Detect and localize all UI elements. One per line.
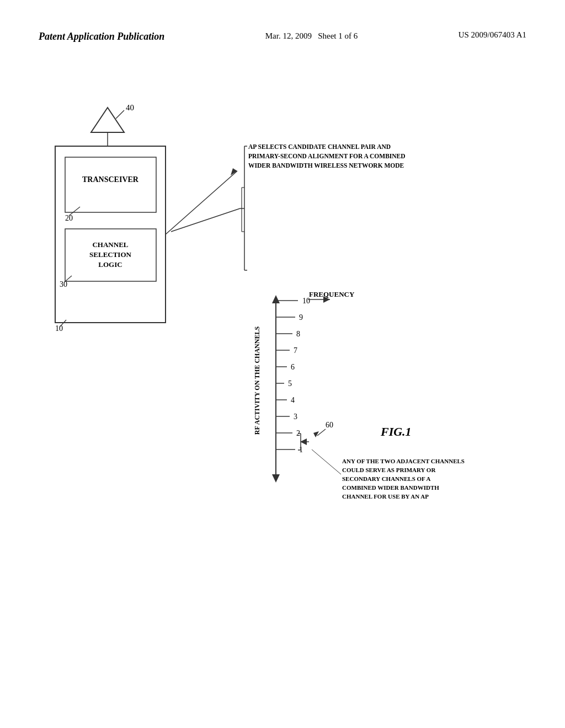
ch4-num: 4 [291,396,295,404]
adj-arrow-head [300,438,307,445]
ref-40-line [116,110,124,119]
ch6-num: 6 [291,363,295,371]
channel-label-1: CHANNEL [92,240,128,249]
rf-activity-label: RF ACTIVITY ON THE CHANNELS [253,326,261,435]
bottom-ann-3: SECONDARY CHANNELS OF A [342,475,431,482]
ch3-num: 3 [294,413,297,421]
bottom-ann-1: ANY OF THE TWO ADJACENT CHANNELS [342,458,465,464]
annotation-line3: WIDER BANDWIDTH WIRELESS NETWORK MODE [248,162,404,169]
ap-outer-box [55,146,166,323]
annotation-line2: PRIMARY-SECOND ALIGNMENT FOR A COMBINED [248,153,406,159]
antenna-triangle [91,108,124,132]
transceiver-label: TRANSCEIVER [82,175,139,184]
bottom-ann-4: COMBINED WIDER BANDWIDTH [342,484,439,491]
ref-30-label: 30 [60,280,67,288]
ref-40-label: 40 [126,103,134,112]
ref-60-label: 60 [326,421,333,429]
annotation-line1: AP SELECTS CANDIDATE CHANNEL PAIR AND [248,143,391,150]
ref-60-line [317,429,326,436]
diagram-svg: 40 TRANSCEIVER 20 CHANNEL SELECTION LOGI… [0,0,565,728]
freq-axis-down-arrow [272,474,280,483]
arrow-to-annotation [166,171,237,234]
ch5-num: 5 [288,379,292,388]
bottom-ann-5: CHANNEL FOR USE BY AN AP [342,493,429,500]
ref-20-line [69,207,80,216]
bottom-ann-2: COULD SERVE AS PRIMARY OR [342,467,436,473]
ann-connect-line [312,449,341,474]
ch8-num: 8 [296,330,300,338]
transceiver-box [65,157,156,212]
channel-label-2: SELECTION [89,250,131,259]
frequency-label: FREQUENCY [309,290,355,298]
ref-10-label: 10 [55,324,63,333]
ch9-num: 9 [299,313,303,322]
ch7-num: 7 [294,346,297,355]
channel-label-3: LOGIC [98,260,122,269]
fig-label: FIG.1 [380,425,412,438]
ref-60-arrow [313,431,319,437]
